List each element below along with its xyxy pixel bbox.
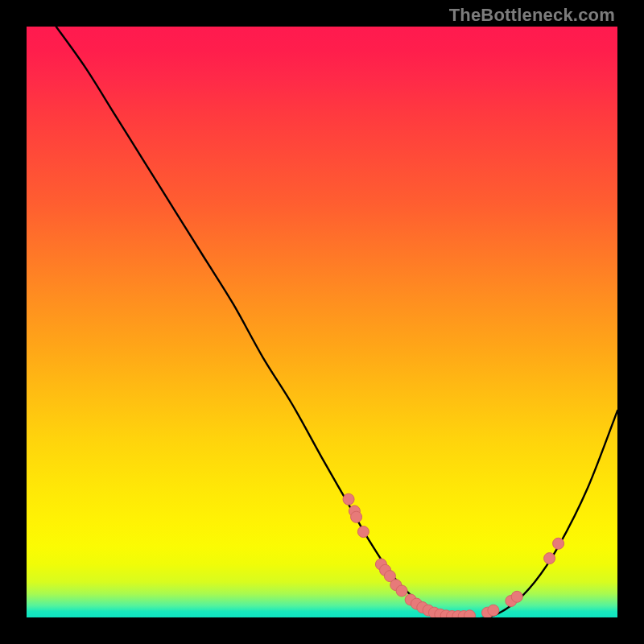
data-marker <box>343 493 354 505</box>
data-marker <box>351 511 362 522</box>
data-marker <box>488 605 499 616</box>
attribution-text: TheBottleneck.com <box>449 5 615 26</box>
chart-overlay <box>27 27 617 617</box>
data-marker <box>357 526 369 538</box>
data-marker <box>464 610 476 617</box>
bottleneck-curve <box>56 27 617 617</box>
data-marker <box>553 538 564 549</box>
data-markers <box>343 493 564 617</box>
data-marker <box>544 553 555 564</box>
data-marker <box>396 585 407 597</box>
plot-area <box>27 27 617 617</box>
chart-frame: TheBottleneck.com <box>0 0 644 644</box>
data-marker <box>511 591 522 602</box>
